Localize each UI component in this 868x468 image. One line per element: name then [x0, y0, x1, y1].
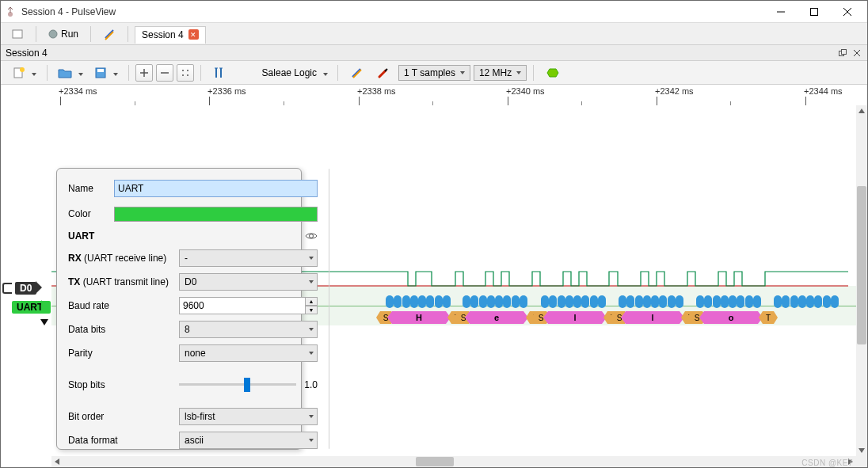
open-file-button[interactable]	[54, 64, 87, 82]
main-toolbar: Run Session 4 ✕	[1, 23, 867, 45]
time-ruler[interactable]: +2334 ms+2336 ms+2338 ms+2340 ms+2342 ms…	[1, 85, 867, 105]
channel-handle-icon[interactable]	[2, 283, 12, 294]
color-label: Color	[68, 208, 114, 219]
decoder-title: UART	[68, 230, 94, 242]
svg-rect-2	[13, 30, 22, 38]
minimize-button[interactable]	[764, 2, 798, 22]
vertical-scrollbar[interactable]	[856, 105, 867, 456]
channels-button[interactable]	[371, 64, 395, 82]
ascii-char: l	[626, 311, 680, 324]
ascii-char: H	[392, 311, 446, 324]
zoom-out-button[interactable]	[156, 64, 173, 82]
session-tab[interactable]: Session 4 ✕	[135, 26, 206, 44]
sample-rate-select[interactable]: 12 MHz	[474, 65, 527, 81]
session-title-bar: Session 4	[1, 45, 867, 61]
close-session-icon[interactable]	[851, 48, 862, 59]
stopbits-value: 1.0	[304, 379, 318, 390]
app-icon	[4, 6, 17, 18]
cursors-button[interactable]	[207, 64, 231, 82]
tx-select[interactable]: D0	[179, 273, 318, 291]
svg-rect-5	[842, 49, 847, 54]
svg-point-13	[187, 74, 188, 76]
run-label: Run	[61, 29, 78, 40]
undock-icon[interactable]	[837, 48, 848, 59]
svg-point-11	[187, 70, 188, 71]
ascii-char: l	[548, 311, 602, 324]
dataformat-select[interactable]: ascii	[179, 432, 318, 449]
tab-close-icon[interactable]: ✕	[188, 29, 199, 40]
zoom-in-button[interactable]	[135, 64, 153, 82]
save-file-button[interactable]	[90, 64, 122, 82]
name-input[interactable]	[114, 180, 318, 197]
app-window: Session 4 - PulseView Run Session 4 ✕ Se…	[0, 0, 868, 468]
channel-labels: D0 UART	[1, 105, 51, 467]
decoder-settings-popover: Name Color UART RX (UART receive line) -…	[56, 168, 302, 450]
maximize-button[interactable]	[798, 2, 831, 22]
horizontal-scrollbar[interactable]	[51, 456, 856, 467]
add-decoder-button[interactable]	[540, 65, 565, 81]
title-bar: Session 4 - PulseView	[1, 1, 867, 23]
bitorder-label: Bit order	[68, 411, 179, 422]
ascii-char: e	[470, 311, 523, 324]
session-label: Session 4	[6, 48, 834, 59]
device-label: Saleae Logic	[261, 67, 317, 78]
svg-point-10	[182, 70, 184, 71]
close-button[interactable]	[831, 2, 864, 22]
popover-scrollbar[interactable]	[329, 169, 329, 449]
channel-label-d0[interactable]: D0	[15, 282, 36, 295]
window-title: Session 4 - PulseView	[21, 6, 764, 17]
stopbits-label: Stop bits	[68, 379, 179, 390]
ascii-char: o	[704, 311, 758, 324]
baud-label: Baud rate	[68, 300, 179, 311]
tab-label: Session 4	[142, 29, 184, 40]
baud-input[interactable]: ▲▼	[179, 297, 318, 314]
expand-decoder-icon[interactable]	[40, 319, 48, 325]
sample-count-select[interactable]: 1 T samples	[398, 65, 470, 81]
new-session-button[interactable]	[6, 25, 29, 43]
visibility-icon[interactable]	[305, 231, 318, 241]
color-swatch[interactable]	[114, 207, 318, 222]
svg-point-12	[182, 74, 184, 76]
name-label: Name	[68, 183, 114, 194]
parity-label: Parity	[68, 348, 179, 359]
databits-label: Data bits	[68, 324, 179, 335]
svg-point-7	[20, 67, 25, 72]
run-button[interactable]: Run	[43, 26, 84, 42]
new-file-button[interactable]	[9, 64, 40, 82]
svg-rect-1	[811, 8, 818, 15]
device-dropdown[interactable]	[320, 64, 331, 82]
parity-select[interactable]: none	[179, 344, 318, 362]
svg-point-3	[49, 30, 57, 38]
stopbits-slider[interactable]	[179, 378, 296, 392]
dataformat-label: Data format	[68, 435, 179, 446]
device-config-button[interactable]	[345, 64, 368, 82]
device-toolbar: Saleae Logic 1 T samples 12 MHz	[1, 61, 867, 85]
zoom-fit-button[interactable]	[177, 64, 194, 82]
rx-select[interactable]: -	[179, 249, 318, 267]
svg-rect-9	[97, 69, 104, 72]
databits-select[interactable]: 8	[179, 321, 318, 338]
content-area: +2334 ms+2336 ms+2338 ms+2340 ms+2342 ms…	[1, 85, 867, 467]
svg-point-15	[310, 234, 314, 238]
settings-icon[interactable]	[97, 25, 121, 43]
bitorder-select[interactable]: lsb-first	[179, 408, 318, 425]
